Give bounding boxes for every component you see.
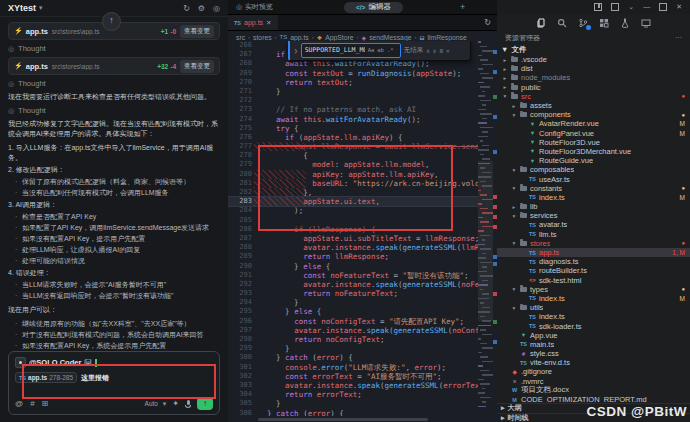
tree-folder-utils[interactable]: ▾utils bbox=[497, 303, 690, 312]
extensions-icon[interactable] bbox=[599, 18, 609, 28]
tree-file-RouteGuide.vue[interactable]: ▼RouteGuide.vue bbox=[497, 156, 690, 165]
view-changes-button[interactable]: 查看变更 bbox=[180, 25, 214, 38]
chevron-down-icon[interactable]: ▾ bbox=[39, 4, 43, 12]
code-line-270[interactable]: 270 return textOut; bbox=[228, 78, 478, 87]
tree-file-diagnosis.ts[interactable]: TSdiagnosis.ts bbox=[497, 257, 690, 266]
code-line-277[interactable]: 277 const llmResponse = await llmService… bbox=[228, 142, 478, 151]
file-tab-appts[interactable]: TS app.ts ✕ bbox=[228, 15, 278, 30]
find-widget[interactable]: ❯ SUPPORTED_LLM_MODI Aa ab .* 无结果 ∧ ∨ ≣ … bbox=[288, 41, 471, 61]
history-icon[interactable]: ↻ bbox=[183, 4, 190, 13]
code-area[interactable]: ❯ SUPPORTED_LLM_MODI Aa ab .* 无结果 ∧ ∨ ≣ … bbox=[228, 41, 478, 416]
tree-file-sdk-test.html[interactable]: <>sdk-test.html bbox=[497, 276, 690, 285]
tree-file-llm.ts[interactable]: TSllm.ts bbox=[497, 230, 690, 239]
breadcrumb-item[interactable]: sendMessage bbox=[369, 34, 411, 41]
code-line-295[interactable]: 295 } else { bbox=[228, 307, 478, 316]
line-number[interactable]: 281 bbox=[228, 179, 252, 188]
close-window-icon[interactable]: ✕ bbox=[676, 0, 682, 14]
find-in-selection-icon[interactable]: ≣ bbox=[439, 47, 443, 54]
line-number[interactable]: 286 bbox=[228, 225, 252, 234]
code-line-282[interactable]: 282 }, bbox=[228, 188, 478, 197]
file-change-card[interactable]: ⚡app.tssrc\stores\app.ts+32-4查看变更 bbox=[8, 57, 220, 75]
toggle-panel-icon[interactable] bbox=[594, 3, 602, 11]
line-number[interactable]: 288 bbox=[228, 243, 252, 252]
line-number[interactable]: 303 bbox=[228, 381, 252, 390]
microphone-icon[interactable] bbox=[185, 400, 191, 408]
code-line-276[interactable]: 276 if (appState.llm.apiKey) { bbox=[228, 133, 478, 142]
line-number[interactable]: 275 bbox=[228, 124, 252, 133]
test-beaker-icon[interactable] bbox=[620, 18, 630, 28]
line-number[interactable]: 277 bbox=[228, 142, 252, 151]
agent-mention[interactable]: @SOLO Coder bbox=[29, 358, 81, 367]
minimize-icon[interactable]: — bbox=[643, 0, 650, 14]
tree-folder-.vscode[interactable]: ▸.vscode bbox=[497, 55, 690, 64]
tree-folder-components[interactable]: ▾components● bbox=[497, 110, 690, 119]
line-number[interactable]: 304 bbox=[228, 390, 252, 399]
find-input[interactable]: SUPPORTED_LLM_MODI Aa ab .* bbox=[301, 43, 401, 58]
regex-icon[interactable]: .* bbox=[387, 47, 394, 53]
tree-file-RouteFloor3DMerchant.vue[interactable]: ▼RouteFloor3DMerchant.vue bbox=[497, 147, 690, 156]
line-number[interactable]: 299 bbox=[228, 344, 252, 353]
tree-file-avatar.ts[interactable]: TSavatar.ts bbox=[497, 220, 690, 229]
code-line-286[interactable]: 286 if (llmResponse) { bbox=[228, 225, 478, 234]
line-number[interactable]: 268 bbox=[228, 59, 252, 68]
breadcrumb-item[interactable]: AppStore bbox=[325, 34, 353, 41]
line-number[interactable]: 279 bbox=[228, 160, 252, 169]
line-number[interactable]: 291 bbox=[228, 271, 252, 280]
thought-row[interactable]: ◎Thought bbox=[8, 79, 220, 88]
code-line-285[interactable]: 285 bbox=[228, 216, 478, 225]
remote-window-icon[interactable] bbox=[641, 18, 651, 28]
match-case-icon[interactable]: Aa bbox=[368, 47, 375, 53]
explorer-more-icon[interactable]: ··· bbox=[675, 34, 682, 41]
tree-folder-lib[interactable]: ▸lib bbox=[497, 202, 690, 211]
line-number[interactable]: 271 bbox=[228, 87, 252, 96]
settings-gear-icon[interactable]: ⚙ bbox=[198, 4, 205, 13]
code-line-291[interactable]: 291 const noFeatureText = "暂时没有该功能"; bbox=[228, 271, 478, 280]
chat-composer[interactable]: @SOLO Coder 问 TS app.ts 278-285 这里报错 @ #… bbox=[8, 351, 220, 415]
thought-row[interactable]: ◎Thought bbox=[8, 106, 220, 115]
enhance-wand-icon[interactable]: ✦ bbox=[172, 399, 179, 408]
code-line-275[interactable]: 275 try { bbox=[228, 124, 478, 133]
line-number[interactable]: 269 bbox=[228, 69, 252, 78]
code-line-281[interactable]: 281 baseURL: "https://ark.cn-beijing.vol… bbox=[228, 179, 478, 188]
line-number[interactable]: 285 bbox=[228, 216, 252, 225]
tree-file-index.ts[interactable]: TSindex.ts bbox=[497, 312, 690, 321]
file-context-chip[interactable]: TS app.ts 278-285 bbox=[15, 372, 77, 383]
code-line-274[interactable]: 274 await this.waitForAvatarReady(); bbox=[228, 115, 478, 124]
code-line-288[interactable]: 288 avatar.instance.speak(generateSSML(l… bbox=[228, 243, 478, 252]
code-line-299[interactable]: 299 } bbox=[228, 344, 478, 353]
code-line-279[interactable]: 279 model: appState.llm.model, bbox=[228, 160, 478, 169]
code-line-303[interactable]: 303 avatar.instance.speak(generateSSML(e… bbox=[228, 381, 478, 390]
line-number[interactable]: 287 bbox=[228, 234, 252, 243]
tree-folder-node_modules[interactable]: ▸node_modules bbox=[497, 73, 690, 82]
code-line-305[interactable]: 305 } bbox=[228, 399, 478, 408]
breadcrumb-item[interactable]: llmResponse bbox=[427, 34, 466, 41]
tree-file-ConfigPanel.vue[interactable]: ▼ConfigPanel.vueM bbox=[497, 129, 690, 138]
line-number[interactable]: 294 bbox=[228, 298, 252, 307]
code-line-280[interactable]: 280 apiKey: appState.llm.apiKey, bbox=[228, 170, 478, 179]
line-number[interactable]: 302 bbox=[228, 372, 252, 381]
mention-icon[interactable]: @ bbox=[15, 399, 23, 408]
line-number[interactable]: 276 bbox=[228, 133, 252, 142]
tab-live-preview[interactable]: ◎ 实时预览 bbox=[236, 0, 273, 14]
thought-row[interactable]: ◎Thought bbox=[8, 44, 220, 53]
code-line-297[interactable]: 297 avatar.instance.speak(generateSSML(n… bbox=[228, 326, 478, 335]
next-match-icon[interactable]: ∨ bbox=[433, 47, 437, 54]
tree-file-useAsr.ts[interactable]: TSuseAsr.ts bbox=[497, 174, 690, 183]
tree-folder-public[interactable]: ▸public bbox=[497, 83, 690, 92]
tree-folder-assets[interactable]: ▸assets bbox=[497, 101, 690, 110]
tree-file-项目文档.docx[interactable]: W项目文档.docx bbox=[497, 386, 690, 395]
close-find-icon[interactable]: ✕ bbox=[446, 47, 450, 54]
code-line-302[interactable]: 302 const errorText = "AI服务暂时不可用"; bbox=[228, 372, 478, 381]
tree-folder-services[interactable]: ▾services bbox=[497, 211, 690, 220]
breadcrumb-item[interactable]: app.ts bbox=[290, 34, 309, 41]
code-line-289[interactable]: 289 return llmResponse; bbox=[228, 252, 478, 261]
code-line-292[interactable]: 292 avatar.instance.speak(generateSSML(n… bbox=[228, 280, 478, 289]
line-number[interactable]: 282 bbox=[228, 188, 252, 197]
code-line-269[interactable]: 269 const textOut = runDiagnosis(appStat… bbox=[228, 69, 478, 78]
tree-folder-constants[interactable]: ▾constants● bbox=[497, 184, 690, 193]
line-number[interactable]: 266 bbox=[228, 41, 252, 50]
code-line-298[interactable]: 298 return noConfigText; bbox=[228, 335, 478, 344]
line-number[interactable]: 300 bbox=[228, 353, 252, 362]
send-button[interactable]: ↑ bbox=[197, 397, 213, 410]
customize-layout-icon[interactable]: ⌄ bbox=[628, 0, 634, 14]
